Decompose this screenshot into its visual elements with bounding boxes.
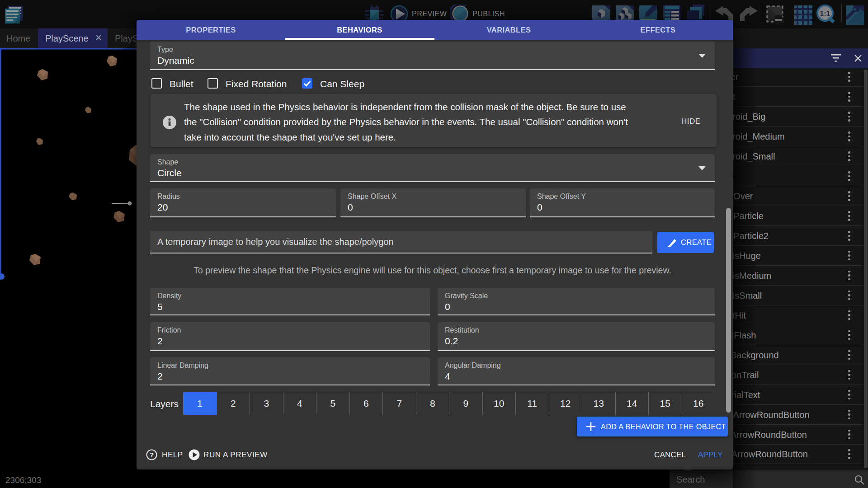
svg-text:1:1: 1:1: [820, 10, 830, 18]
svg-text:?: ?: [150, 451, 154, 459]
